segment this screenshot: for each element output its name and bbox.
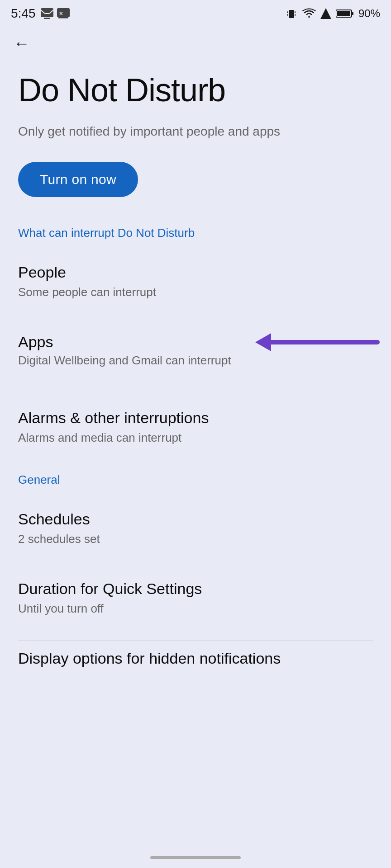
schedules-settings-item[interactable]: Schedules 2 schedules set xyxy=(18,501,373,556)
schedules-title: Schedules xyxy=(18,510,373,528)
svg-text:✕: ✕ xyxy=(59,11,63,16)
main-content: Do Not Disturb Only get notified by impo… xyxy=(0,54,391,670)
battery-percent: 90% xyxy=(358,7,380,20)
people-settings-item[interactable]: People Some people can interrupt xyxy=(18,255,373,309)
battery-icon xyxy=(336,9,354,19)
scroll-indicator-container xyxy=(150,847,241,859)
svg-rect-10 xyxy=(287,14,288,16)
svg-marker-18 xyxy=(255,333,271,351)
svg-rect-9 xyxy=(287,11,288,13)
status-left: 5:45 ✕ xyxy=(11,6,70,21)
back-button[interactable]: ← xyxy=(11,33,33,54)
wifi-icon xyxy=(302,8,316,19)
hidden-notifications-item[interactable]: Display options for hidden notifications xyxy=(18,640,373,670)
svg-rect-0 xyxy=(41,8,53,17)
section-label-interrupt: What can interrupt Do Not Disturb xyxy=(18,226,373,240)
svg-rect-15 xyxy=(352,12,353,15)
people-subtitle: Some people can interrupt xyxy=(18,284,373,300)
alarms-subtitle: Alarms and media can interrupt xyxy=(18,429,373,446)
notification-icon-2: ✕ xyxy=(57,8,70,19)
apps-settings-item[interactable]: Apps Digital Wellbeing and Gmail can int… xyxy=(18,324,373,377)
section-label-general: General xyxy=(18,473,373,487)
alarms-title: Alarms & other interruptions xyxy=(18,409,373,427)
svg-rect-12 xyxy=(295,14,296,16)
duration-subtitle: Until you turn off xyxy=(18,600,373,617)
alarms-settings-item[interactable]: Alarms & other interruptions Alarms and … xyxy=(18,400,373,455)
hidden-notifications-title: Display options for hidden notifications xyxy=(18,650,373,670)
status-time: 5:45 xyxy=(11,6,36,21)
svg-rect-8 xyxy=(289,10,294,18)
page-subtitle: Only get notified by important people an… xyxy=(18,123,373,140)
status-bar: 5:45 ✕ xyxy=(0,0,391,25)
svg-rect-11 xyxy=(295,11,296,13)
page-title: Do Not Disturb xyxy=(18,72,373,108)
purple-arrow-annotation xyxy=(219,329,382,360)
status-icons-left: ✕ xyxy=(40,8,70,19)
people-title: People xyxy=(18,264,373,281)
svg-marker-13 xyxy=(320,8,331,19)
duration-title: Duration for Quick Settings xyxy=(18,580,373,598)
scroll-indicator xyxy=(150,856,241,859)
vibrate-icon xyxy=(285,7,298,20)
turn-on-now-button[interactable]: Turn on now xyxy=(18,162,138,197)
svg-rect-16 xyxy=(337,11,350,16)
notification-icon-1 xyxy=(40,8,54,19)
signal-icon xyxy=(320,8,331,19)
status-right: 90% xyxy=(285,7,380,20)
back-button-row: ← xyxy=(0,25,391,54)
svg-rect-1 xyxy=(44,18,50,19)
duration-settings-item[interactable]: Duration for Quick Settings Until you tu… xyxy=(18,571,373,626)
schedules-subtitle: 2 schedules set xyxy=(18,531,373,547)
